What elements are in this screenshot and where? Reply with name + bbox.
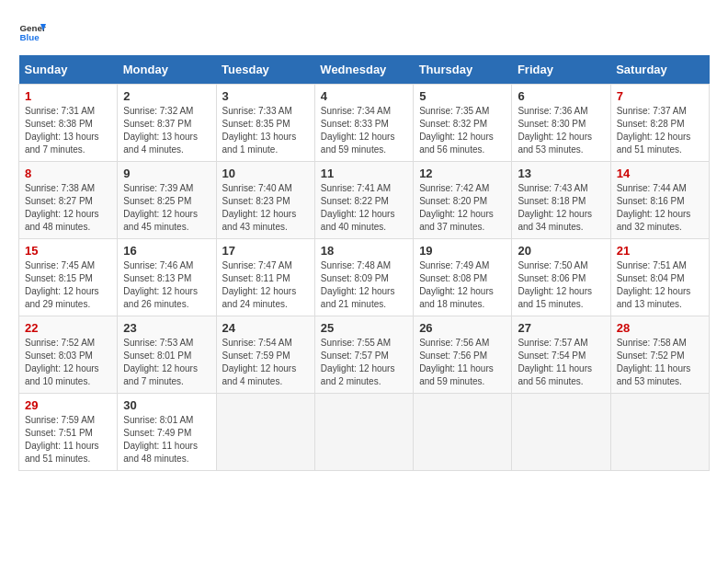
calendar-cell: 20Sunrise: 7:50 AM Sunset: 8:06 PM Dayli…: [512, 239, 610, 316]
day-info: Sunrise: 7:48 AM Sunset: 8:09 PM Dayligh…: [321, 259, 407, 311]
day-number: 19: [419, 244, 506, 258]
page-header: General Blue: [18, 18, 710, 46]
day-info: Sunrise: 7:33 AM Sunset: 8:35 PM Dayligh…: [222, 105, 309, 156]
calendar-cell: 1Sunrise: 7:31 AM Sunset: 8:38 PM Daylig…: [19, 85, 118, 162]
day-info: Sunrise: 7:32 AM Sunset: 8:37 PM Dayligh…: [123, 105, 210, 156]
calendar-cell: 26Sunrise: 7:56 AM Sunset: 7:56 PM Dayli…: [414, 316, 512, 394]
calendar-cell: 8Sunrise: 7:38 AM Sunset: 8:27 PM Daylig…: [19, 162, 118, 239]
day-number: 14: [617, 167, 703, 180]
day-info: Sunrise: 7:50 AM Sunset: 8:06 PM Dayligh…: [518, 259, 604, 311]
day-info: Sunrise: 7:51 AM Sunset: 8:04 PM Dayligh…: [617, 259, 703, 311]
day-number: 4: [321, 89, 407, 103]
calendar-cell: 14Sunrise: 7:44 AM Sunset: 8:16 PM Dayli…: [610, 162, 709, 239]
calendar-cell: 4Sunrise: 7:34 AM Sunset: 8:33 PM Daylig…: [314, 85, 413, 162]
calendar-cell: [414, 394, 512, 471]
calendar-cell: 30Sunrise: 8:01 AM Sunset: 7:49 PM Dayli…: [118, 394, 216, 471]
calendar-table: SundayMondayTuesdayWednesdayThursdayFrid…: [18, 55, 710, 471]
calendar-cell: 28Sunrise: 7:58 AM Sunset: 7:52 PM Dayli…: [610, 316, 709, 394]
day-number: 27: [518, 321, 604, 335]
calendar-body: 1Sunrise: 7:31 AM Sunset: 8:38 PM Daylig…: [19, 85, 710, 471]
calendar-cell: 6Sunrise: 7:36 AM Sunset: 8:30 PM Daylig…: [512, 85, 610, 162]
calendar-week-2: 8Sunrise: 7:38 AM Sunset: 8:27 PM Daylig…: [19, 162, 710, 239]
day-info: Sunrise: 7:57 AM Sunset: 7:54 PM Dayligh…: [518, 337, 604, 388]
day-number: 21: [617, 244, 703, 258]
logo-icon: General Blue: [18, 18, 46, 46]
calendar-cell: 17Sunrise: 7:47 AM Sunset: 8:11 PM Dayli…: [216, 239, 314, 316]
day-header-friday: Friday: [512, 55, 610, 85]
calendar-cell: 3Sunrise: 7:33 AM Sunset: 8:35 PM Daylig…: [216, 85, 314, 162]
day-number: 13: [518, 167, 604, 180]
calendar-week-4: 22Sunrise: 7:52 AM Sunset: 8:03 PM Dayli…: [19, 316, 710, 394]
day-number: 18: [321, 244, 407, 258]
day-header-saturday: Saturday: [610, 55, 709, 85]
day-number: 30: [123, 398, 210, 412]
day-number: 26: [419, 321, 506, 335]
calendar-cell: 9Sunrise: 7:39 AM Sunset: 8:25 PM Daylig…: [118, 162, 216, 239]
calendar-cell: 15Sunrise: 7:45 AM Sunset: 8:15 PM Dayli…: [19, 239, 118, 316]
calendar-cell: 19Sunrise: 7:49 AM Sunset: 8:08 PM Dayli…: [414, 239, 512, 316]
day-info: Sunrise: 7:53 AM Sunset: 8:01 PM Dayligh…: [123, 337, 210, 388]
calendar-cell: 11Sunrise: 7:41 AM Sunset: 8:22 PM Dayli…: [314, 162, 413, 239]
day-number: 11: [321, 167, 407, 180]
calendar-cell: 7Sunrise: 7:37 AM Sunset: 8:28 PM Daylig…: [610, 85, 709, 162]
day-number: 29: [25, 398, 111, 412]
day-header-tuesday: Tuesday: [216, 55, 314, 85]
calendar-cell: 27Sunrise: 7:57 AM Sunset: 7:54 PM Dayli…: [512, 316, 610, 394]
day-number: 25: [321, 321, 407, 335]
day-info: Sunrise: 7:46 AM Sunset: 8:13 PM Dayligh…: [123, 259, 210, 311]
day-info: Sunrise: 7:56 AM Sunset: 7:56 PM Dayligh…: [419, 337, 506, 388]
day-info: Sunrise: 7:37 AM Sunset: 8:28 PM Dayligh…: [617, 105, 703, 156]
calendar-header-row: SundayMondayTuesdayWednesdayThursdayFrid…: [19, 55, 710, 85]
calendar-week-5: 29Sunrise: 7:59 AM Sunset: 7:51 PM Dayli…: [19, 394, 710, 471]
day-number: 15: [25, 244, 111, 258]
day-info: Sunrise: 7:52 AM Sunset: 8:03 PM Dayligh…: [25, 337, 111, 388]
day-number: 10: [222, 167, 309, 180]
calendar-cell: [610, 394, 709, 471]
day-info: Sunrise: 7:36 AM Sunset: 8:30 PM Dayligh…: [518, 105, 604, 156]
calendar-cell: 25Sunrise: 7:55 AM Sunset: 7:57 PM Dayli…: [314, 316, 413, 394]
calendar-cell: 2Sunrise: 7:32 AM Sunset: 8:37 PM Daylig…: [118, 85, 216, 162]
calendar-week-1: 1Sunrise: 7:31 AM Sunset: 8:38 PM Daylig…: [19, 85, 710, 162]
svg-text:Blue: Blue: [20, 32, 40, 42]
day-info: Sunrise: 7:35 AM Sunset: 8:32 PM Dayligh…: [419, 105, 506, 156]
day-number: 28: [617, 321, 703, 335]
day-header-monday: Monday: [118, 55, 216, 85]
calendar-cell: 13Sunrise: 7:43 AM Sunset: 8:18 PM Dayli…: [512, 162, 610, 239]
day-number: 6: [518, 89, 604, 103]
day-number: 20: [518, 244, 604, 258]
calendar-cell: 24Sunrise: 7:54 AM Sunset: 7:59 PM Dayli…: [216, 316, 314, 394]
calendar-cell: 18Sunrise: 7:48 AM Sunset: 8:09 PM Dayli…: [314, 239, 413, 316]
day-info: Sunrise: 7:45 AM Sunset: 8:15 PM Dayligh…: [25, 259, 111, 311]
calendar-cell: 16Sunrise: 7:46 AM Sunset: 8:13 PM Dayli…: [118, 239, 216, 316]
day-number: 2: [123, 89, 210, 103]
day-info: Sunrise: 7:34 AM Sunset: 8:33 PM Dayligh…: [321, 105, 407, 156]
day-number: 22: [25, 321, 111, 335]
day-number: 23: [123, 321, 210, 335]
calendar-cell: 12Sunrise: 7:42 AM Sunset: 8:20 PM Dayli…: [414, 162, 512, 239]
day-header-thursday: Thursday: [414, 55, 512, 85]
day-number: 16: [123, 244, 210, 258]
day-info: Sunrise: 7:58 AM Sunset: 7:52 PM Dayligh…: [617, 337, 703, 388]
day-info: Sunrise: 7:54 AM Sunset: 7:59 PM Dayligh…: [222, 337, 309, 388]
calendar-cell: 5Sunrise: 7:35 AM Sunset: 8:32 PM Daylig…: [414, 85, 512, 162]
day-number: 17: [222, 244, 309, 258]
day-info: Sunrise: 7:38 AM Sunset: 8:27 PM Dayligh…: [25, 182, 111, 234]
calendar-cell: 23Sunrise: 7:53 AM Sunset: 8:01 PM Dayli…: [118, 316, 216, 394]
logo: General Blue: [18, 18, 46, 46]
day-header-sunday: Sunday: [19, 55, 118, 85]
day-info: Sunrise: 7:41 AM Sunset: 8:22 PM Dayligh…: [321, 182, 407, 234]
day-info: Sunrise: 7:43 AM Sunset: 8:18 PM Dayligh…: [518, 182, 604, 234]
day-number: 12: [419, 167, 506, 180]
day-number: 1: [25, 89, 111, 103]
calendar-cell: [216, 394, 314, 471]
day-info: Sunrise: 7:47 AM Sunset: 8:11 PM Dayligh…: [222, 259, 309, 311]
day-info: Sunrise: 7:31 AM Sunset: 8:38 PM Dayligh…: [25, 105, 111, 156]
day-info: Sunrise: 7:39 AM Sunset: 8:25 PM Dayligh…: [123, 182, 210, 234]
day-info: Sunrise: 8:01 AM Sunset: 7:49 PM Dayligh…: [123, 414, 210, 465]
day-number: 3: [222, 89, 309, 103]
day-number: 9: [123, 167, 210, 180]
calendar-cell: 21Sunrise: 7:51 AM Sunset: 8:04 PM Dayli…: [610, 239, 709, 316]
calendar-week-3: 15Sunrise: 7:45 AM Sunset: 8:15 PM Dayli…: [19, 239, 710, 316]
calendar-cell: 29Sunrise: 7:59 AM Sunset: 7:51 PM Dayli…: [19, 394, 118, 471]
day-info: Sunrise: 7:42 AM Sunset: 8:20 PM Dayligh…: [419, 182, 506, 234]
